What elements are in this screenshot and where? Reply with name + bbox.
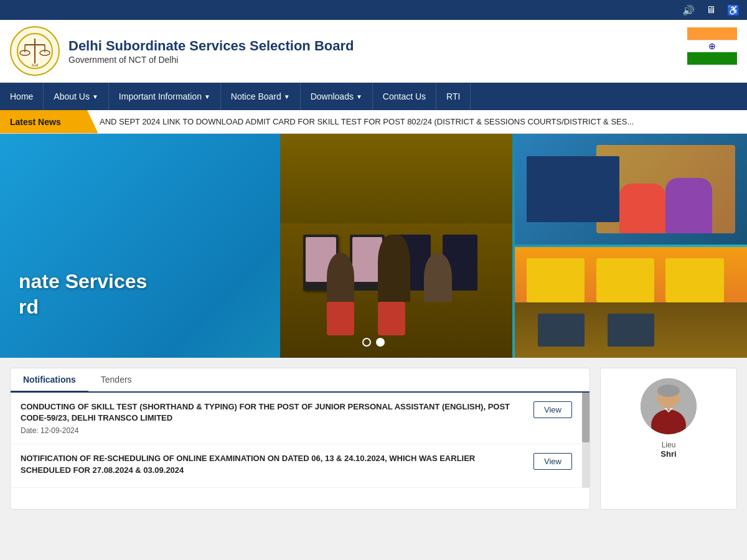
scrollbar-thumb[interactable] — [582, 393, 590, 442]
scrollbar-track[interactable] — [582, 393, 590, 488]
notification-title-1: CONDUCTING OF SKILL TEST (SHORTHAND & TY… — [21, 401, 526, 424]
india-flag: ⊕ — [687, 27, 737, 65]
nav-about-us[interactable]: About Us ▼ — [44, 83, 109, 110]
hero-slideshow: nate Services rd — [0, 134, 747, 358]
hero-image-grid — [280, 134, 747, 358]
hero-line1: nate Services — [19, 269, 147, 295]
main-navigation: Home About Us ▼ Important Information ▼ … — [0, 83, 747, 110]
flag-green — [687, 52, 737, 65]
view-button-1[interactable]: View — [533, 401, 572, 418]
downloads-arrow: ▼ — [356, 93, 362, 100]
hero-image-bottom-right — [515, 247, 747, 358]
person-avatar — [641, 378, 697, 434]
accessibility-icon[interactable]: ♿ — [726, 2, 741, 17]
nav-rti[interactable]: RTI — [436, 83, 471, 110]
ashoka-chakra: ⊕ — [708, 41, 716, 51]
important-info-arrow: ▼ — [204, 93, 210, 100]
notifications-panel: Notifications Tenders CONDUCTING OF SKIL… — [10, 368, 590, 510]
news-ticker: Latest News AND SEPT 2024 LINK TO DOWNLO… — [0, 110, 747, 134]
logo-area: दिल्ली Delhi Subordinate Services Select… — [10, 26, 354, 76]
slideshow-dots — [362, 338, 385, 347]
person-name: Shri — [660, 449, 676, 459]
slide-dot-2[interactable] — [376, 338, 385, 347]
notification-item: CONDUCTING OF SKILL TEST (SHORTHAND & TY… — [11, 393, 582, 444]
nav-notice-board[interactable]: Notice Board ▼ — [221, 83, 301, 110]
main-content: Notifications Tenders CONDUCTING OF SKIL… — [0, 358, 747, 520]
notification-title-2: NOTIFICATION OF RE-SCHEDULING OF ONLINE … — [21, 453, 526, 475]
org-info: Delhi Subordinate Services Selection Boa… — [68, 37, 354, 65]
tab-tenders[interactable]: Tenders — [88, 368, 144, 391]
slide-dot-1[interactable] — [362, 338, 371, 347]
audio-icon[interactable]: 🔊 — [681, 2, 696, 17]
right-panel-person: Lieu Shri — [600, 368, 737, 510]
nav-downloads[interactable]: Downloads ▼ — [301, 83, 373, 110]
org-title: Delhi Subordinate Services Selection Boa… — [68, 37, 354, 55]
notifications-list: CONDUCTING OF SKILL TEST (SHORTHAND & TY… — [11, 393, 582, 488]
svg-point-10 — [657, 385, 680, 397]
notification-text-1: CONDUCTING OF SKILL TEST (SHORTHAND & TY… — [21, 401, 526, 435]
display-icon[interactable]: 🖥 — [703, 2, 718, 17]
news-ticker-label: Latest News — [0, 110, 87, 133]
view-button-2[interactable]: View — [533, 453, 572, 470]
tabs-header: Notifications Tenders — [11, 368, 590, 393]
notification-date-1: Date: 12-09-2024 — [21, 426, 526, 435]
notification-item-2: NOTIFICATION OF RE-SCHEDULING OF ONLINE … — [11, 444, 582, 487]
site-header: दिल्ली Delhi Subordinate Services Select… — [0, 20, 747, 83]
notice-board-arrow: ▼ — [284, 93, 290, 100]
hero-image-top-right — [515, 134, 747, 245]
flag-saffron — [687, 27, 737, 40]
tab-notifications[interactable]: Notifications — [11, 368, 88, 393]
hero-line2: rd — [19, 294, 147, 320]
flag-white: ⊕ — [687, 40, 737, 52]
hero-image-main — [280, 134, 512, 358]
nav-contact-us[interactable]: Contact Us — [373, 83, 436, 110]
site-logo: दिल्ली — [10, 26, 60, 76]
news-ticker-content: AND SEPT 2024 LINK TO DOWNLOAD ADMIT CAR… — [87, 117, 747, 126]
notifications-container: CONDUCTING OF SKILL TEST (SHORTHAND & TY… — [11, 393, 590, 488]
notification-text-2: NOTIFICATION OF RE-SCHEDULING OF ONLINE … — [21, 453, 526, 478]
nav-home[interactable]: Home — [0, 83, 44, 110]
hero-text: nate Services rd — [19, 269, 147, 320]
org-subtitle: Government of NCT of Delhi — [68, 55, 354, 65]
svg-text:दिल्ली: दिल्ली — [31, 63, 39, 67]
nav-important-information[interactable]: Important Information ▼ — [109, 83, 221, 110]
top-utility-bar: 🔊 🖥 ♿ — [0, 0, 747, 20]
person-label: Lieu — [662, 441, 676, 449]
about-us-arrow: ▼ — [92, 93, 98, 100]
